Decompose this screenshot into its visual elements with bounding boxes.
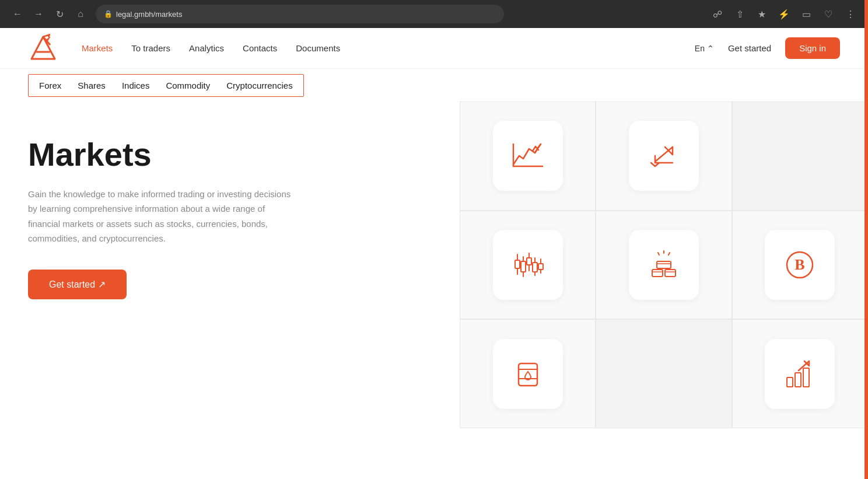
candlestick-icon [510, 247, 545, 282]
hero-cta-button[interactable]: Get started ↗ [28, 270, 127, 299]
browser-right-icons: ☍ ⇧ ★ ⚡ ▭ ♡ ⋮ [709, 6, 859, 22]
hero-section: Markets Gain the knowledge to make infor… [0, 102, 868, 428]
grid-cell-oil [460, 319, 596, 428]
nav-contacts[interactable]: Contacts [243, 43, 277, 53]
svg-rect-39 [787, 377, 793, 387]
hero-text: Markets Gain the knowledge to make infor… [28, 137, 296, 299]
hero-title: Markets [28, 137, 296, 173]
header-right: En ⌃ Get started Sign in [695, 37, 840, 59]
svg-rect-36 [519, 363, 537, 386]
lang-label: En [695, 44, 705, 53]
svg-rect-17 [527, 258, 531, 265]
subnav-shares[interactable]: Shares [78, 81, 106, 90]
nav-documents[interactable]: Documents [296, 43, 340, 53]
svg-rect-28 [652, 270, 663, 277]
account-icon[interactable]: ♡ [820, 6, 836, 22]
candlestick-card [493, 230, 563, 300]
grid-cell-gold [596, 211, 732, 320]
website: Markets To traders Analytics Contacts Do… [0, 28, 868, 479]
forward-button[interactable]: → [30, 6, 47, 22]
nav-markets[interactable]: Markets [82, 43, 113, 53]
arrows-swap-icon [646, 138, 681, 173]
sign-in-button[interactable]: Sign in [785, 37, 840, 59]
layout-icon[interactable]: ▭ [798, 6, 814, 22]
grid-cell-empty-1 [732, 102, 868, 211]
svg-rect-41 [803, 368, 809, 387]
browser-chrome: ← → ↻ ⌂ 🔒 legal.gmbh/markets ☍ ⇧ ★ ⚡ ▭ ♡… [0, 0, 868, 28]
subnav-commodity[interactable]: Commodity [166, 81, 210, 90]
oil-barrel-icon [510, 356, 545, 391]
grid-cell-arrows [596, 102, 732, 211]
bookmark-icon[interactable]: ★ [754, 6, 770, 22]
lock-icon: 🔒 [104, 10, 113, 18]
svg-line-7 [655, 147, 673, 162]
chart-line-card [493, 121, 563, 191]
svg-rect-14 [521, 261, 526, 272]
back-button[interactable]: ← [9, 6, 26, 22]
subnav-cryptocurrencies[interactable]: Cryptocurrencies [226, 81, 292, 90]
svg-rect-23 [538, 264, 543, 270]
menu-icon[interactable]: ⋮ [842, 6, 859, 22]
chart-line-icon [510, 138, 545, 173]
grid-cell-candlestick [460, 211, 596, 320]
subnav-indices[interactable]: Indices [122, 81, 150, 90]
nav-analytics[interactable]: Analytics [189, 43, 224, 53]
svg-line-26 [668, 253, 670, 255]
logo[interactable] [28, 33, 58, 64]
sub-nav: Forex Shares Indices Commodity Cryptocur… [0, 69, 868, 102]
url-text: legal.gmbh/markets [116, 10, 182, 19]
grid-cell-empty-2 [596, 319, 732, 428]
nav-to-traders[interactable]: To traders [131, 43, 170, 53]
extensions-icon[interactable]: ⚡ [776, 6, 792, 22]
hero-description: Gain the knowledge to make informed trad… [28, 187, 296, 246]
svg-rect-32 [657, 261, 671, 268]
grid-cell-bitcoin: B [732, 211, 868, 320]
arrows-swap-card [629, 121, 699, 191]
svg-rect-30 [665, 270, 676, 277]
get-started-link[interactable]: Get started [728, 43, 771, 53]
share-icon[interactable]: ⇧ [732, 6, 748, 22]
subnav-forex[interactable]: Forex [39, 81, 61, 90]
bar-chart-card [765, 339, 835, 409]
browser-nav-icons: ← → ↻ ⌂ [9, 6, 89, 22]
svg-rect-20 [533, 263, 537, 272]
oil-barrel-card [493, 339, 563, 409]
gold-bars-icon [646, 247, 681, 282]
home-button[interactable]: ⌂ [72, 6, 89, 22]
icons-grid: B [460, 102, 868, 428]
accent-bar [864, 0, 868, 479]
main-nav: Markets To traders Analytics Contacts Do… [82, 43, 340, 53]
bitcoin-card: B [765, 230, 835, 300]
bitcoin-icon: B [782, 247, 817, 282]
header: Markets To traders Analytics Contacts Do… [0, 28, 868, 69]
grid-cell-bar-chart [732, 319, 868, 428]
sub-nav-inner: Forex Shares Indices Commodity Cryptocur… [28, 74, 304, 97]
svg-marker-0 [32, 37, 55, 59]
svg-line-27 [658, 253, 659, 255]
screenshot-icon[interactable]: ☍ [709, 6, 726, 22]
bar-chart-icon [782, 356, 817, 391]
svg-text:B: B [795, 256, 805, 273]
chevron-down-icon: ⌃ [707, 44, 714, 53]
lang-selector[interactable]: En ⌃ [695, 44, 714, 53]
svg-rect-11 [515, 260, 520, 268]
grid-cell-chart-line [460, 102, 596, 211]
gold-bars-card [629, 230, 699, 300]
address-bar[interactable]: 🔒 legal.gmbh/markets [96, 5, 504, 23]
refresh-button[interactable]: ↻ [51, 6, 68, 22]
svg-rect-40 [795, 373, 801, 387]
